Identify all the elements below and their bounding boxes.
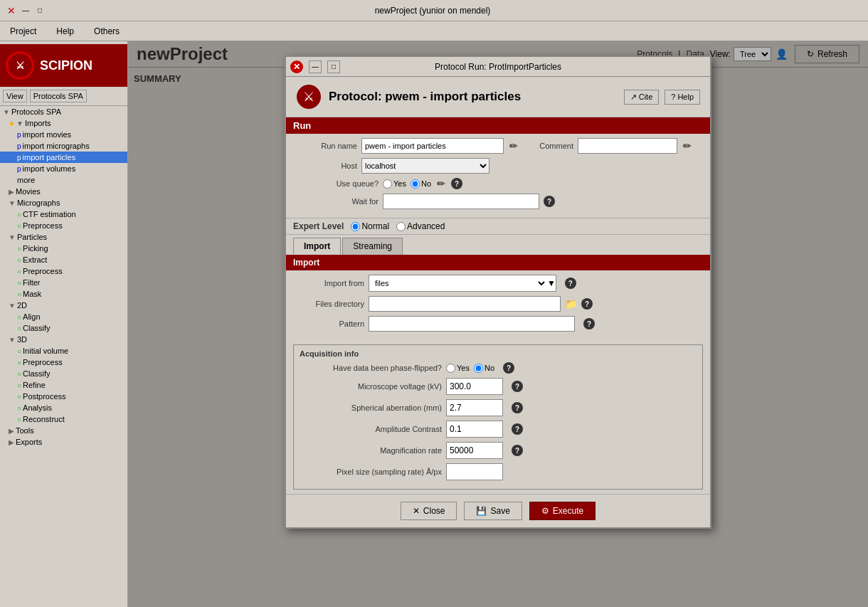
phase-help-icon[interactable]: ? bbox=[503, 362, 514, 374]
tree-item[interactable]: ▼ Micrographs bbox=[0, 197, 127, 209]
advanced-radio-label[interactable]: Advanced bbox=[396, 221, 445, 231]
import-from-select[interactable]: files bbox=[369, 275, 547, 291]
phase-yes-text: Yes bbox=[457, 364, 470, 372]
tree-label: Classify bbox=[23, 324, 51, 332]
files-dir-help-icon[interactable]: ? bbox=[581, 298, 593, 310]
save-button[interactable]: 💾 Save bbox=[464, 502, 522, 520]
tree-item[interactable]: p import volumes bbox=[0, 163, 127, 174]
expert-advanced-radio[interactable] bbox=[396, 222, 406, 231]
phase-yes-radio[interactable] bbox=[446, 364, 455, 373]
acq-section-title: Acquisition info bbox=[300, 349, 697, 358]
tree-item[interactable]: ○ Preprocess bbox=[0, 357, 127, 368]
tab-streaming[interactable]: Streaming bbox=[342, 238, 403, 255]
normal-radio-label[interactable]: Normal bbox=[351, 221, 389, 231]
phase-yes-label[interactable]: Yes bbox=[446, 364, 470, 373]
gear-icon: ⚙ bbox=[541, 506, 549, 516]
spherical-input[interactable] bbox=[446, 399, 503, 416]
tree-item[interactable]: ○ Extract bbox=[0, 254, 127, 265]
tree-item[interactable]: ○ Initial volume bbox=[0, 345, 127, 357]
tree-item[interactable]: ○ Postprocess bbox=[0, 391, 127, 402]
comment-input[interactable] bbox=[578, 138, 677, 154]
help-button[interactable]: ? Help bbox=[665, 90, 700, 105]
phase-no-label[interactable]: No bbox=[474, 364, 494, 373]
app-maximize-button[interactable]: □ bbox=[34, 5, 46, 16]
tree-item[interactable]: more bbox=[0, 174, 127, 186]
tree-item[interactable]: ▼ 3D bbox=[0, 334, 127, 345]
cite-button[interactable]: ↗ Cite bbox=[624, 90, 660, 105]
tree-item[interactable]: ○ Classify bbox=[0, 368, 127, 379]
app-close-button[interactable]: ✕ bbox=[6, 5, 17, 16]
queue-no-label[interactable]: No bbox=[411, 179, 431, 189]
amplitude-help-icon[interactable]: ? bbox=[512, 423, 523, 435]
sidebar-protocols-label[interactable]: Protocols SPA bbox=[30, 90, 87, 102]
pattern-input[interactable] bbox=[369, 316, 575, 332]
tree-item[interactable]: ○ Align bbox=[0, 311, 127, 322]
dialog-maximize-button[interactable]: □ bbox=[327, 60, 340, 73]
expert-normal-radio[interactable] bbox=[351, 222, 360, 231]
files-dir-folder-icon[interactable]: 📁 bbox=[563, 298, 578, 310]
voltage-input[interactable] bbox=[446, 378, 503, 395]
import-from-help-icon[interactable]: ? bbox=[565, 278, 576, 289]
tree-item[interactable]: ○ Mask bbox=[0, 288, 127, 300]
tree-item[interactable]: ○ Analysis bbox=[0, 402, 127, 413]
spherical-label: Spherical aberration (mm) bbox=[300, 403, 442, 412]
tree-item[interactable]: ▶ Exports bbox=[0, 436, 127, 448]
run-name-input[interactable] bbox=[361, 138, 504, 154]
tree-item[interactable]: ○ Preprocess bbox=[0, 265, 127, 277]
tree-item[interactable]: ○ Classify bbox=[0, 322, 127, 334]
queue-edit-icon[interactable]: ✏ bbox=[435, 178, 447, 189]
execute-button[interactable]: ⚙ Execute bbox=[529, 502, 596, 520]
queue-yes-label[interactable]: Yes bbox=[383, 179, 406, 189]
tree-label: Initial volume bbox=[23, 347, 68, 355]
pixel-size-input[interactable] bbox=[446, 463, 503, 480]
tree-item[interactable]: ▼ Particles bbox=[0, 231, 127, 243]
spherical-help-icon[interactable]: ? bbox=[512, 402, 523, 413]
run-name-label: Run name bbox=[293, 142, 357, 150]
close-button[interactable]: ✕ Close bbox=[401, 502, 457, 520]
tree-item[interactable]: p import movies bbox=[0, 129, 127, 140]
tree-item[interactable]: p import micrographs bbox=[0, 140, 127, 152]
tree-item[interactable]: ○ Picking bbox=[0, 243, 127, 254]
tree-item[interactable]: ○ Filter bbox=[0, 277, 127, 288]
tab-import[interactable]: Import bbox=[293, 238, 341, 255]
tree-item[interactable]: ★ ▼ Imports bbox=[0, 117, 127, 129]
run-name-edit-icon[interactable]: ✏ bbox=[508, 140, 519, 152]
magnification-input[interactable] bbox=[446, 442, 503, 459]
pattern-help-icon[interactable]: ? bbox=[583, 318, 595, 329]
queue-no-radio[interactable] bbox=[411, 179, 420, 189]
protocol-header: ⚔ Protocol: pwem - import particles ↗ Ci… bbox=[286, 77, 710, 117]
svg-text:⚔: ⚔ bbox=[303, 90, 314, 104]
tree-item[interactable]: p import particles bbox=[0, 152, 127, 163]
voltage-help-icon[interactable]: ? bbox=[512, 381, 523, 392]
tree-item[interactable]: ○ Reconstruct bbox=[0, 413, 127, 425]
comment-edit-icon[interactable]: ✏ bbox=[682, 140, 693, 152]
tree-item[interactable]: ○ Preprocess bbox=[0, 220, 127, 231]
queue-yes-radio[interactable] bbox=[383, 179, 392, 189]
menu-others[interactable]: Others bbox=[90, 25, 124, 38]
host-select[interactable]: localhost bbox=[361, 158, 489, 174]
app-minimize-button[interactable]: — bbox=[20, 5, 31, 16]
tree-item[interactable]: ▶ Movies bbox=[0, 186, 127, 197]
tree-item[interactable]: ○ Refine bbox=[0, 379, 127, 391]
phase-no-radio[interactable] bbox=[474, 364, 483, 373]
menu-help[interactable]: Help bbox=[52, 25, 78, 38]
tree-item[interactable]: ▶ Tools bbox=[0, 425, 127, 436]
tree-label: Postprocess bbox=[23, 392, 66, 401]
magnification-help-icon[interactable]: ? bbox=[512, 445, 523, 456]
tree-item[interactable]: ○ CTF estimation bbox=[0, 209, 127, 220]
queue-help-icon[interactable]: ? bbox=[451, 178, 462, 189]
amplitude-input[interactable] bbox=[446, 421, 503, 438]
dialog-title: Protocol Run: ProtImportParticles bbox=[340, 62, 656, 72]
dialog-minimize-button[interactable]: — bbox=[309, 60, 322, 73]
tree-label: Micrographs bbox=[17, 199, 60, 207]
wait-for-input[interactable] bbox=[383, 194, 539, 209]
help-label: Help bbox=[677, 93, 694, 101]
arrow-icon: ▼ bbox=[9, 336, 16, 344]
tree-item[interactable]: ▼ Protocols SPA bbox=[0, 106, 127, 117]
dialog-close-button[interactable]: ✕ bbox=[290, 60, 303, 73]
menu-project[interactable]: Project bbox=[6, 25, 41, 38]
files-dir-input[interactable] bbox=[369, 296, 561, 312]
tree-item[interactable]: ▼ 2D bbox=[0, 300, 127, 311]
tree-label: Mask bbox=[23, 290, 41, 298]
wait-for-help-icon[interactable]: ? bbox=[544, 196, 555, 207]
